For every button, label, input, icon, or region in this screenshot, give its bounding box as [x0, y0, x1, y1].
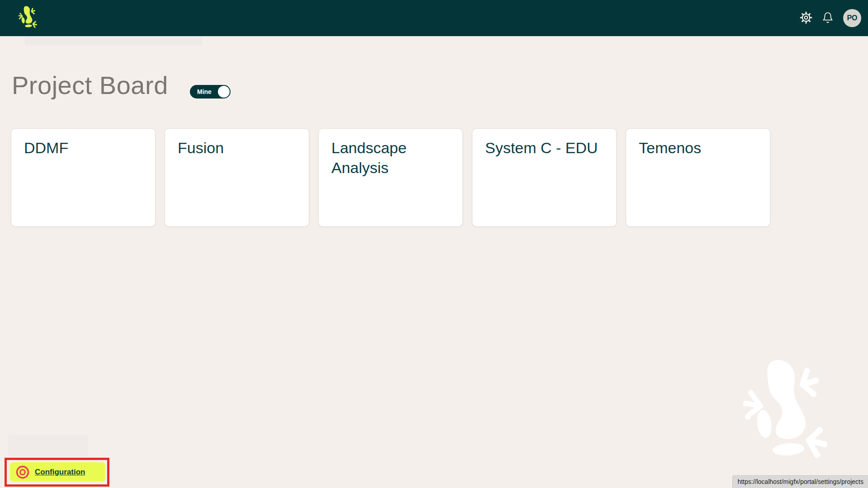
configuration-button[interactable]: Configuration	[10, 462, 105, 482]
notifications-button[interactable]	[822, 12, 834, 25]
mine-toggle-knob[interactable]	[218, 86, 230, 98]
page-title: Project Board	[12, 70, 168, 100]
project-card-landscape-analysis[interactable]: Landscape Analysis	[318, 128, 463, 227]
user-avatar[interactable]: PO	[843, 9, 861, 27]
target-icon	[15, 465, 30, 479]
project-card-title: System C - EDU	[485, 138, 603, 158]
loading-strip-bottom	[8, 435, 88, 456]
status-url-tooltip: https://localhost/migfx/portal/settings/…	[732, 475, 868, 488]
settings-button[interactable]	[800, 11, 812, 25]
gear-icon	[800, 11, 812, 25]
configuration-link[interactable]: Configuration	[35, 468, 85, 477]
project-card-temenos[interactable]: Temenos	[626, 128, 770, 227]
project-card-fusion[interactable]: Fusion	[165, 128, 309, 227]
project-card-ddmf[interactable]: DDMF	[11, 128, 156, 227]
frog-watermark-icon	[741, 359, 827, 463]
mine-toggle[interactable]: Mine	[190, 85, 231, 99]
frog-logo-icon[interactable]	[18, 6, 37, 30]
project-card-title: DDMF	[24, 138, 142, 158]
loading-strip-top	[25, 37, 202, 46]
project-card-system-c-edu[interactable]: System C - EDU	[472, 128, 617, 227]
top-bar-actions: PO	[800, 0, 861, 36]
top-bar: PO	[0, 0, 868, 36]
project-card-title: Landscape Analysis	[331, 138, 449, 178]
project-card-title: Fusion	[178, 138, 295, 158]
project-card-title: Temenos	[639, 138, 756, 158]
project-card-grid: DDMF Fusion Landscape Analysis System C …	[11, 128, 770, 227]
bell-icon	[822, 12, 834, 25]
mine-toggle-label: Mine	[197, 85, 212, 99]
